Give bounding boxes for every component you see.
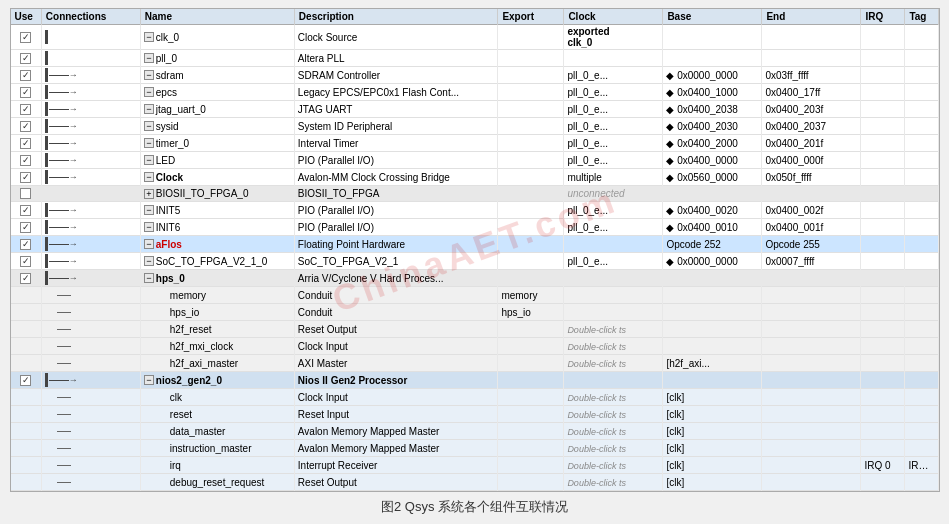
table-row[interactable]: →−nios2_gen2_0Nios II Gen2 Processor	[11, 372, 939, 389]
expand-icon[interactable]: −	[144, 273, 154, 283]
export-cell	[498, 152, 564, 169]
table-row[interactable]: data_masterAvalon Memory Mapped MasterDo…	[11, 423, 939, 440]
irq-cell: IRQ 0	[861, 457, 905, 474]
expand-icon[interactable]: −	[144, 87, 154, 97]
end-cell	[762, 440, 861, 457]
table-row[interactable]: →−jtag_uart_0JTAG UARTpll_0_e...◆ 0x0400…	[11, 101, 939, 118]
irq-cell	[861, 101, 905, 118]
component-table: Use Connections Name Description Export …	[11, 9, 939, 492]
irq-cell	[861, 355, 905, 372]
use-checkbox[interactable]	[20, 239, 31, 250]
expand-icon[interactable]: −	[144, 172, 154, 182]
expand-icon[interactable]: −	[144, 138, 154, 148]
expand-icon[interactable]: −	[144, 239, 154, 249]
tag-cell	[905, 169, 938, 186]
expand-icon[interactable]: −	[144, 70, 154, 80]
tag-cell	[905, 25, 938, 50]
use-checkbox[interactable]	[20, 104, 31, 115]
clock-value: pll_0_e...	[567, 104, 608, 115]
table-row[interactable]: →−hps_0Arria V/Cyclone V Hard Proces...	[11, 270, 939, 287]
component-name: SoC_TO_FPGA_V2_1_0	[156, 256, 268, 267]
clock-value: pll_0_e...	[567, 155, 608, 166]
base-cell: ◆ 0x0400_2030	[663, 118, 762, 135]
expand-icon[interactable]: +	[144, 189, 154, 199]
use-checkbox[interactable]	[20, 205, 31, 216]
component-name: jtag_uart_0	[156, 104, 206, 115]
table-row[interactable]: →−epcsLegacy EPCS/EPC0x1 Flash Cont...pl…	[11, 84, 939, 101]
irq-cell	[861, 406, 905, 423]
table-row[interactable]: resetReset InputDouble-click ts[clk]	[11, 406, 939, 423]
expand-icon[interactable]: −	[144, 222, 154, 232]
use-checkbox[interactable]	[20, 273, 31, 284]
table-row[interactable]: +BIOSII_TO_FPGA_0BIOSII_TO_FPGAunconnect…	[11, 186, 939, 202]
table-row[interactable]: clkClock InputDouble-click ts[clk]	[11, 389, 939, 406]
table-row[interactable]: debug_reset_requestReset OutputDouble-cl…	[11, 474, 939, 491]
expand-icon[interactable]: −	[144, 205, 154, 215]
base-cell: Opcode 252	[663, 236, 762, 253]
clock-cell: Double-click ts	[564, 423, 663, 440]
col-header-use: Use	[11, 9, 42, 25]
table-row[interactable]: h2f_resetReset OutputDouble-click ts	[11, 321, 939, 338]
expand-icon[interactable]: −	[144, 53, 154, 63]
expand-icon[interactable]: −	[144, 104, 154, 114]
table-row[interactable]: →−ClockAvalon-MM Clock Crossing Bridgemu…	[11, 169, 939, 186]
use-checkbox[interactable]	[20, 222, 31, 233]
export-cell	[498, 101, 564, 118]
description-cell: PIO (Parallel I/O)	[294, 202, 498, 219]
figure-caption: 图2 Qsys 系统各个组件互联情况	[381, 498, 568, 516]
table-row[interactable]: hps_ioConduithps_io	[11, 304, 939, 321]
table-row[interactable]: →−SoC_TO_FPGA_V2_1_0SoC_TO_FPGA_V2_1pll_…	[11, 253, 939, 270]
description-cell: SDRAM Controller	[294, 67, 498, 84]
table-row[interactable]: →−sysidSystem ID Peripheralpll_0_e...◆ 0…	[11, 118, 939, 135]
use-checkbox[interactable]	[20, 121, 31, 132]
table-row[interactable]: →−LEDPIO (Parallel I/O)pll_0_e...◆ 0x040…	[11, 152, 939, 169]
name-cell: −nios2_gen2_0	[140, 372, 294, 389]
base-cell: [clk]	[663, 457, 762, 474]
tag-cell	[905, 389, 938, 406]
table-row[interactable]: instruction_masterAvalon Memory Mapped M…	[11, 440, 939, 457]
use-checkbox[interactable]	[20, 256, 31, 267]
use-checkbox[interactable]	[20, 155, 31, 166]
irq-cell	[861, 219, 905, 236]
irq-cell	[861, 236, 905, 253]
use-cell	[11, 101, 42, 118]
table-row[interactable]: →−INIT5PIO (Parallel I/O)pll_0_e...◆ 0x0…	[11, 202, 939, 219]
table-row[interactable]: →−INIT6PIO (Parallel I/O)pll_0_e...◆ 0x0…	[11, 219, 939, 236]
end-cell	[762, 389, 861, 406]
use-checkbox[interactable]	[20, 70, 31, 81]
export-cell	[498, 355, 564, 372]
table-row[interactable]: irqInterrupt ReceiverDouble-click ts[clk…	[11, 457, 939, 474]
use-checkbox[interactable]	[20, 188, 31, 199]
expand-icon[interactable]: −	[144, 32, 154, 42]
name-cell: −SoC_TO_FPGA_V2_1_0	[140, 253, 294, 270]
tag-cell	[905, 321, 938, 338]
irq-cell	[861, 321, 905, 338]
table-row[interactable]: debug_mem_slaveAvalon Memory Mapped Slav…	[11, 491, 939, 493]
table-row[interactable]: h2f_mxi_clockClock InputDouble-click ts	[11, 338, 939, 355]
expand-icon[interactable]: −	[144, 121, 154, 131]
name-cell: reset	[140, 406, 294, 423]
base-cell: ◆ 0x0400_0000	[663, 152, 762, 169]
export-cell	[498, 50, 564, 67]
expand-icon[interactable]: −	[144, 155, 154, 165]
use-checkbox[interactable]	[20, 375, 31, 386]
use-checkbox[interactable]	[20, 32, 31, 43]
table-row[interactable]: −pll_0Altera PLL	[11, 50, 939, 67]
table-row[interactable]: −clk_0Clock Sourceexportedclk_0	[11, 25, 939, 50]
clock-cell: Double-click ts	[564, 440, 663, 457]
table-row[interactable]: memoryConduitmemory	[11, 287, 939, 304]
use-checkbox[interactable]	[20, 138, 31, 149]
expand-icon[interactable]: −	[144, 375, 154, 385]
use-checkbox[interactable]	[20, 87, 31, 98]
table-row[interactable]: h2f_axi_masterAXI MasterDouble-click ts[…	[11, 355, 939, 372]
clock-cell: Double-click ts	[564, 389, 663, 406]
table-row[interactable]: →−timer_0Interval Timerpll_0_e...◆ 0x040…	[11, 135, 939, 152]
name-cell: −INIT6	[140, 219, 294, 236]
table-row[interactable]: →−sdramSDRAM Controllerpll_0_e...◆ 0x000…	[11, 67, 939, 84]
use-checkbox[interactable]	[20, 53, 31, 64]
table-row[interactable]: →−aFlosFloating Point HardwareOpcode 252…	[11, 236, 939, 253]
connections-cell	[41, 457, 140, 474]
expand-icon[interactable]: −	[144, 256, 154, 266]
irq-cell	[861, 67, 905, 84]
use-checkbox[interactable]	[20, 172, 31, 183]
